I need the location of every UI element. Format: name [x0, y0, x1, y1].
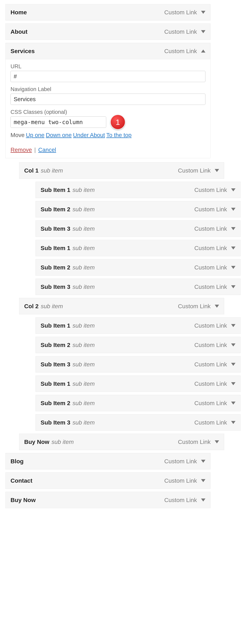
expand-icon[interactable] [231, 344, 235, 346]
cancel-link[interactable]: Cancel [38, 146, 56, 153]
menu-item-meta: Custom Link [164, 477, 205, 484]
expand-icon[interactable] [231, 246, 235, 250]
menu-item-bar[interactable]: Sub Item 3sub itemCustom Link [36, 279, 240, 295]
menu-item[interactable]: Col 1sub itemCustom Link [19, 162, 224, 179]
menu-item[interactable]: Sub Item 2sub itemCustom Link [36, 395, 240, 411]
menu-item-type-label: Custom Link [178, 303, 211, 310]
menu-item-bar[interactable]: Sub Item 1sub itemCustom Link [36, 376, 240, 392]
menu-item[interactable]: Sub Item 2sub itemCustom Link [36, 259, 240, 276]
menu-item-subtype: sub item [72, 380, 95, 387]
expand-icon[interactable] [201, 498, 205, 502]
menu-item-bar[interactable]: Sub Item 2sub itemCustom Link [36, 395, 240, 411]
menu-item-subtype: sub item [72, 225, 95, 232]
menu-item[interactable]: Sub Item 2sub itemCustom Link [36, 337, 240, 353]
url-label: URL [11, 63, 205, 70]
move-under-link[interactable]: Under About [73, 132, 105, 138]
menu-item[interactable]: BlogCustom Link [6, 453, 210, 470]
menu-item-title: Sub Item 2 [41, 206, 70, 213]
menu-item-title: Sub Item 1 [41, 380, 70, 387]
menu-item[interactable]: Buy Nowsub itemCustom Link [19, 434, 224, 450]
menu-item-bar[interactable]: Sub Item 1sub itemCustom Link [36, 182, 240, 198]
url-input[interactable] [11, 71, 205, 82]
move-top-link[interactable]: To the top [106, 132, 131, 138]
cssclasses-label: CSS Classes (optional) [11, 109, 205, 115]
menu-item-type-label: Custom Link [164, 477, 197, 484]
menu-item[interactable]: Sub Item 1sub itemCustom Link [36, 376, 240, 392]
expand-icon[interactable] [231, 266, 235, 269]
menu-item-title: Sub Item 1 [41, 186, 70, 193]
menu-item-bar[interactable]: Sub Item 3sub itemCustom Link [36, 220, 240, 237]
menu-item-bar[interactable]: Col 2sub itemCustom Link [19, 298, 224, 314]
expand-icon[interactable] [201, 479, 205, 482]
menu-item[interactable]: Sub Item 3sub itemCustom Link [36, 278, 240, 295]
cssclasses-input[interactable] [11, 116, 106, 128]
expand-icon[interactable] [231, 208, 235, 211]
menu-item-title: Sub Item 1 [41, 245, 70, 252]
move-down-link[interactable]: Down one [46, 132, 72, 138]
menu-item-meta: Custom Link [194, 206, 235, 213]
expand-icon[interactable] [231, 188, 235, 191]
expand-icon[interactable] [201, 30, 205, 33]
menu-item-type-label: Custom Link [194, 322, 227, 329]
expand-icon[interactable] [215, 169, 219, 172]
menu-item-type-label: Custom Link [194, 342, 227, 348]
menu-item-title: Buy Now [11, 497, 36, 504]
menu-item-bar[interactable]: Sub Item 1sub itemCustom Link [36, 240, 240, 256]
expand-icon[interactable] [201, 11, 205, 14]
menu-item[interactable]: Sub Item 3sub itemCustom Link [36, 220, 240, 237]
menu-item-title: Sub Item 1 [41, 322, 70, 329]
move-label: Move [11, 132, 25, 138]
expand-icon[interactable] [231, 363, 235, 366]
menu-item-bar[interactable]: Buy NowCustom Link [6, 492, 210, 508]
menu-item[interactable]: Sub Item 2sub itemCustom Link [36, 201, 240, 218]
expand-icon[interactable] [231, 382, 235, 385]
menu-item-bar[interactable]: Col 1sub itemCustom Link [19, 162, 224, 178]
menu-item-bar[interactable]: Buy Nowsub itemCustom Link [19, 434, 224, 450]
menu-item[interactable]: ServicesCustom Link [6, 43, 210, 59]
expand-icon[interactable] [215, 305, 219, 308]
menu-item-bar[interactable]: AboutCustom Link [6, 24, 210, 40]
remove-link[interactable]: Remove [11, 146, 32, 153]
expand-icon[interactable] [231, 402, 235, 404]
menu-item-title: Sub Item 2 [41, 400, 70, 406]
navlabel-input[interactable] [11, 94, 205, 105]
expand-icon[interactable] [201, 460, 205, 463]
menu-item-title: About [11, 28, 28, 35]
menu-item-meta: Custom Link [178, 167, 219, 174]
menu-item-meta: Custom Link [194, 361, 235, 368]
menu-item-bar[interactable]: BlogCustom Link [6, 453, 210, 469]
menu-item-bar[interactable]: HomeCustom Link [6, 4, 210, 20]
menu-item[interactable]: Sub Item 1sub itemCustom Link [36, 182, 240, 198]
menu-item[interactable]: Sub Item 1sub itemCustom Link [36, 317, 240, 334]
expand-icon[interactable] [231, 421, 235, 424]
menu-item[interactable]: HomeCustom Link [6, 4, 210, 20]
menu-item-meta: Custom Link [194, 400, 235, 406]
menu-item-bar[interactable]: Sub Item 3sub itemCustom Link [36, 414, 240, 430]
menu-item-bar[interactable]: ServicesCustom Link [6, 43, 210, 59]
collapse-icon[interactable] [201, 50, 205, 52]
menu-item[interactable]: Col 2sub itemCustom Link [19, 298, 224, 314]
expand-icon[interactable] [231, 285, 235, 288]
menu-item-bar[interactable]: Sub Item 2sub itemCustom Link [36, 259, 240, 276]
expand-icon[interactable] [215, 440, 219, 443]
expand-icon[interactable] [231, 324, 235, 327]
menu-item-bar[interactable]: ContactCustom Link [6, 472, 210, 489]
menu-item[interactable]: AboutCustom Link [6, 24, 210, 40]
move-up-link[interactable]: Up one [26, 132, 44, 138]
menu-item-bar[interactable]: Sub Item 2sub itemCustom Link [36, 337, 240, 353]
menu-structure: HomeCustom LinkAboutCustom LinkServicesC… [0, 0, 246, 515]
expand-icon[interactable] [231, 227, 235, 230]
menu-item-bar[interactable]: Sub Item 1sub itemCustom Link [36, 318, 240, 334]
menu-item[interactable]: Buy NowCustom Link [6, 492, 210, 508]
menu-item-meta: Custom Link [194, 419, 235, 426]
move-row: MoveUp oneDown oneUnder AboutTo the top [11, 132, 205, 138]
menu-item[interactable]: ContactCustom Link [6, 472, 210, 489]
menu-item[interactable]: Sub Item 1sub itemCustom Link [36, 240, 240, 256]
menu-item-subtype: sub item [41, 303, 63, 310]
menu-item[interactable]: Sub Item 3sub itemCustom Link [36, 356, 240, 372]
menu-item[interactable]: Sub Item 3sub itemCustom Link [36, 414, 240, 431]
menu-item-bar[interactable]: Sub Item 2sub itemCustom Link [36, 201, 240, 217]
menu-item-type-label: Custom Link [194, 284, 227, 290]
menu-item-meta: Custom Link [194, 284, 235, 290]
menu-item-bar[interactable]: Sub Item 3sub itemCustom Link [36, 356, 240, 372]
